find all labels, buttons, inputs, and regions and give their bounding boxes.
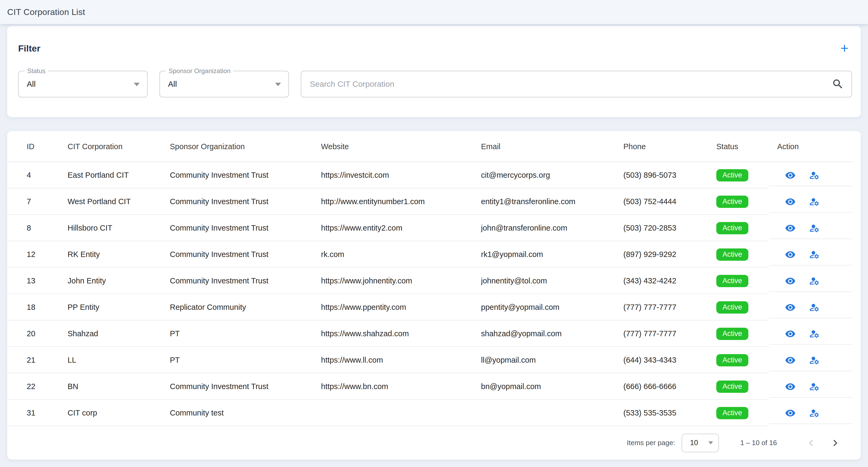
cell-website: https://www.bn.com: [321, 382, 481, 391]
view-button[interactable]: [785, 276, 796, 286]
cell-action: [771, 355, 861, 366]
sponsor-organization-select[interactable]: Sponsor Organization All: [159, 71, 289, 97]
status-badge: Active: [716, 380, 748, 393]
view-button[interactable]: [785, 249, 796, 260]
manage-users-button[interactable]: [809, 355, 820, 366]
cell-website: http://www.entitynumber1.com: [321, 197, 481, 206]
chevron-down-icon: [708, 441, 713, 444]
cell-website: https://www.entity2.com: [321, 224, 481, 232]
items-per-page-label: Items per page:: [627, 439, 675, 447]
cell-status: Active: [716, 275, 771, 287]
cell-email: cit@mercycorps.org: [481, 171, 623, 179]
cell-id: 7: [27, 197, 68, 206]
manage-users-button[interactable]: [809, 249, 820, 260]
table-row: 18 PP Entity Replicator Community https:…: [7, 294, 861, 321]
add-cit-corporation-button[interactable]: [837, 41, 852, 56]
eye-icon: [785, 381, 796, 392]
next-page-button[interactable]: [829, 437, 842, 449]
cell-sponsor-organization: PT: [170, 329, 321, 338]
filter-heading: Filter: [18, 43, 40, 54]
cell-status: Active: [716, 380, 771, 393]
cell-sponsor-organization: Community Investment Trust: [170, 197, 321, 206]
manage-users-button[interactable]: [809, 170, 820, 181]
status-badge: Active: [716, 275, 748, 287]
column-header-website: Website: [321, 142, 481, 151]
view-button[interactable]: [785, 302, 796, 313]
view-button[interactable]: [785, 355, 796, 366]
manage-users-button[interactable]: [809, 302, 820, 313]
cell-phone: (777) 777-7777: [623, 329, 716, 338]
cell-action: [771, 381, 861, 392]
cell-phone: (644) 343-4343: [623, 356, 716, 365]
person-gear-icon: [809, 328, 820, 339]
cell-phone: (503) 752-4444: [623, 197, 716, 206]
cell-status: Active: [716, 407, 771, 419]
cit-corporation-table: ID CIT Corporation Sponsor Organization …: [7, 131, 861, 460]
table-row: 21 LL PT https://www.ll.com ll@yopmail.c…: [7, 347, 861, 373]
cell-action: [771, 249, 861, 260]
cell-status: Active: [716, 248, 771, 261]
cell-id: 13: [27, 276, 68, 285]
view-button[interactable]: [785, 196, 796, 207]
cell-cit-corporation: East Portland CIT: [68, 171, 170, 179]
manage-users-button[interactable]: [809, 276, 820, 286]
table-row: 8 Hillsboro CIT Community Investment Tru…: [7, 215, 861, 241]
manage-users-button[interactable]: [809, 223, 820, 234]
cell-phone: (777) 777-7777: [623, 303, 716, 312]
cell-action: [771, 276, 861, 286]
column-header-action: Action: [771, 142, 861, 151]
manage-users-button[interactable]: [809, 196, 820, 207]
cell-sponsor-organization: Community Investment Trust: [170, 276, 321, 285]
chevron-left-icon: [806, 438, 816, 448]
eye-icon: [785, 196, 796, 207]
person-gear-icon: [809, 355, 820, 366]
sponsor-organization-select-label: Sponsor Organization: [166, 67, 233, 75]
chevron-down-icon: [275, 83, 281, 86]
manage-users-button[interactable]: [809, 408, 820, 419]
table-body: 4 East Portland CIT Community Investment…: [7, 162, 861, 426]
view-button[interactable]: [785, 329, 796, 339]
manage-users-button[interactable]: [809, 381, 820, 392]
column-header-sponsor-organization: Sponsor Organization: [170, 142, 321, 151]
view-button[interactable]: [785, 408, 796, 419]
paginator: Items per page: 10 1 – 10 of 16: [7, 426, 861, 460]
search-button[interactable]: [832, 78, 844, 90]
cell-website: rk.com: [321, 250, 481, 259]
filter-panel: Filter Status All Sponsor Organization A…: [7, 26, 861, 117]
table-row: 22 BN Community Investment Trust https:/…: [7, 373, 861, 400]
search-field: [301, 71, 852, 97]
cell-cit-corporation: BN: [68, 382, 170, 391]
cell-phone: (503) 896-5073: [623, 171, 716, 179]
cell-status: Active: [716, 169, 771, 181]
page-header: CIT Corporation List: [0, 0, 868, 24]
status-badge: Active: [716, 354, 748, 366]
cell-id: 31: [27, 408, 68, 418]
cell-website: https://www.shahzad.com: [321, 329, 481, 338]
search-input[interactable]: [309, 79, 832, 89]
cell-email: entity1@transferonline.com: [481, 197, 623, 206]
column-header-phone: Phone: [623, 142, 716, 151]
person-gear-icon: [809, 249, 820, 260]
cell-action: [771, 223, 861, 234]
eye-icon: [785, 355, 796, 366]
chevron-right-icon: [830, 438, 840, 448]
cell-status: Active: [716, 354, 771, 366]
previous-page-button[interactable]: [805, 437, 817, 449]
filter-header: Filter: [18, 40, 852, 57]
items-per-page-select[interactable]: 10: [682, 434, 719, 452]
column-header-id: ID: [27, 142, 68, 151]
cell-id: 21: [27, 356, 68, 365]
status-select[interactable]: Status All: [18, 71, 148, 97]
cell-cit-corporation: PP Entity: [68, 303, 170, 312]
table-header-row: ID CIT Corporation Sponsor Organization …: [7, 131, 861, 162]
view-button[interactable]: [785, 381, 796, 392]
cell-email: rk1@yopmail.com: [481, 250, 623, 259]
eye-icon: [785, 223, 796, 234]
cell-action: [771, 196, 861, 207]
view-button[interactable]: [785, 223, 796, 234]
manage-users-button[interactable]: [809, 329, 820, 339]
cell-website: https://www.johnentity.com: [321, 276, 481, 285]
person-gear-icon: [809, 170, 820, 181]
cell-cit-corporation: CIT corp: [68, 408, 170, 418]
view-button[interactable]: [785, 170, 796, 181]
